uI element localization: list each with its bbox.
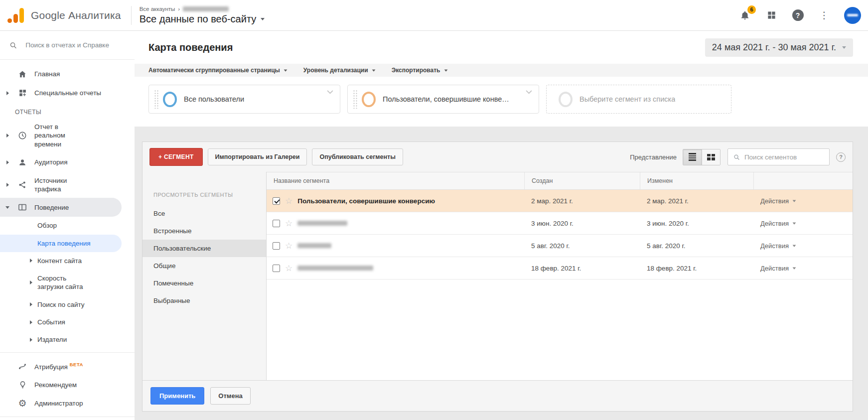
help-icon: ? — [792, 9, 804, 21]
column-header-created[interactable]: Создан — [524, 172, 640, 189]
sidebar-item-discover[interactable]: Рекомендуем — [0, 376, 135, 394]
actions-dropdown[interactable]: Действия — [753, 197, 853, 205]
sidebar-item-admin[interactable]: ⚙ Администратор — [0, 394, 135, 413]
sidebar-item-site-content[interactable]: Контент сайта — [0, 252, 135, 270]
chevron-down-icon[interactable] — [326, 90, 334, 94]
drag-handle-icon[interactable] — [154, 90, 158, 109]
modified-date: 3 июн. 2020 г. — [640, 220, 753, 227]
header-divider — [131, 6, 132, 25]
breadcrumb-all-accounts[interactable]: Все аккаунты — [140, 6, 175, 12]
actions-dropdown[interactable]: Действия — [753, 265, 853, 272]
star-icon[interactable]: ☆ — [285, 242, 292, 250]
breadcrumb-separator-icon: › — [178, 6, 180, 12]
row-checkbox[interactable] — [273, 220, 280, 227]
star-icon[interactable]: ☆ — [285, 264, 292, 273]
apps-grid-button[interactable] — [765, 9, 778, 22]
sidebar-search[interactable] — [0, 31, 135, 60]
publish-segments-button[interactable]: Опубликовать сегменты — [312, 148, 403, 165]
sidebar-item-realtime[interactable]: Отчет в реальном времени — [0, 118, 135, 153]
beta-badge: БЕТА — [70, 362, 83, 367]
modified-date: 5 авг. 2020 г. — [640, 242, 753, 250]
audience-person-icon — [15, 157, 30, 167]
column-header-name[interactable]: Название сегмента — [267, 172, 524, 189]
sidebar-item-attribution[interactable]: АтрибуцияБЕТА — [0, 357, 135, 376]
table-row[interactable]: ☆ Пользователи, совершившие конверсию 2 … — [267, 190, 853, 212]
sidebar-item-audience[interactable]: Аудитория — [0, 153, 135, 172]
reports-search-input[interactable] — [25, 41, 128, 49]
filter-starred[interactable]: Помеченные — [143, 275, 266, 292]
sidebar-item-acquisition[interactable]: Источники трафика — [0, 172, 135, 198]
breadcrumb-account-redacted — [183, 6, 229, 11]
date-range-selector[interactable]: 24 мая 2021 г. - 30 мая 2021 г. — [705, 38, 853, 57]
chevron-down-icon[interactable] — [525, 90, 533, 94]
created-date: 3 июн. 2020 г. — [524, 220, 640, 227]
segment-name: Пользователи, совершившие конверсию — [297, 197, 435, 205]
account-avatar[interactable] — [844, 7, 861, 24]
filter-all[interactable]: Все — [143, 205, 266, 222]
row-checkbox[interactable] — [273, 242, 280, 250]
sidebar-item-behavior[interactable]: Поведение — [0, 198, 122, 217]
table-row[interactable]: ☆ 5 авг. 2020 г. 5 авг. 2020 г. Действия — [267, 235, 853, 257]
filter-builtin[interactable]: Встроенные — [143, 222, 266, 240]
column-header-modified[interactable]: Изменен — [640, 172, 753, 189]
ga-logo-home-link[interactable]: Google Аналитика — [0, 7, 129, 24]
gear-icon: ⚙ — [15, 399, 30, 408]
grid-view-icon — [707, 154, 715, 160]
table-row[interactable]: ☆ 18 февр. 2021 г. 18 февр. 2021 г. Дейс… — [267, 257, 853, 280]
modified-date: 2 мар. 2021 г. — [640, 197, 753, 205]
notifications-button[interactable]: 6 — [738, 9, 751, 22]
star-icon[interactable]: ☆ — [285, 219, 292, 228]
row-checkbox[interactable] — [273, 197, 280, 205]
segment-chip-all-users[interactable]: Все пользователи — [148, 85, 340, 114]
segments-help-button[interactable]: ? — [836, 152, 846, 162]
sidebar-item-behavior-flow[interactable]: Карта поведения — [0, 235, 122, 252]
grouping-dropdown[interactable]: Автоматически сгруппированные страницы — [148, 67, 288, 74]
chevron-down-icon — [842, 46, 846, 49]
chevron-down-icon — [372, 69, 375, 71]
drag-handle-icon[interactable] — [353, 90, 357, 109]
top-header: Google Аналитика Все аккаунты › Все данн… — [0, 0, 868, 31]
breadcrumb: Все аккаунты › Все данные по веб-сайту — [140, 6, 265, 25]
actions-dropdown[interactable]: Действия — [753, 220, 853, 227]
view-title: Все данные по веб-сайту — [140, 13, 257, 25]
apply-button[interactable]: Применить — [150, 387, 204, 405]
sidebar-item-home[interactable]: Главная — [0, 65, 135, 84]
property-view-selector[interactable]: Все данные по веб-сайту — [140, 13, 265, 25]
attribution-icon — [15, 361, 30, 371]
segment-chip-converters[interactable]: Пользователи, совершившие конве… — [347, 85, 539, 114]
expand-arrow-icon — [30, 280, 32, 284]
segment-ring-icon — [559, 92, 573, 107]
list-view-button[interactable] — [683, 149, 702, 165]
add-segment-button[interactable]: + СЕГМЕНТ — [149, 148, 203, 166]
cancel-button[interactable]: Отмена — [210, 387, 250, 405]
sidebar-item-publishers[interactable]: Издатели — [0, 331, 135, 348]
sidebar-item-site-search[interactable]: Поиск по сайту — [0, 296, 135, 313]
google-analytics-logo-icon — [7, 7, 25, 24]
modified-date: 18 февр. 2021 г. — [640, 265, 753, 272]
sidebar-item-site-speed[interactable]: Скорость загрузки сайта — [0, 270, 135, 296]
row-checkbox[interactable] — [273, 265, 280, 272]
chevron-down-icon — [793, 222, 796, 224]
expand-arrow-icon — [30, 320, 32, 324]
actions-dropdown[interactable]: Действия — [753, 242, 853, 250]
detail-level-dropdown[interactable]: Уровень детализации — [303, 67, 376, 74]
segment-name-redacted — [297, 266, 373, 271]
filter-shared[interactable]: Общие — [143, 257, 266, 275]
table-row[interactable]: ☆ 3 июн. 2020 г. 3 июн. 2020 г. Действия — [267, 212, 853, 235]
star-icon[interactable]: ☆ — [285, 197, 292, 205]
filter-custom[interactable]: Пользовательские — [143, 240, 266, 257]
segment-search-box[interactable] — [727, 148, 830, 165]
segment-chip-placeholder[interactable]: Выберите сегмент из списка — [546, 85, 731, 114]
chevron-down-icon — [793, 200, 796, 202]
segments-table: Название сегмента Создан Изменен ☆ Польз… — [266, 172, 853, 380]
sidebar-item-custom-reports[interactable]: Специальные отчеты — [0, 84, 135, 102]
more-menu-button[interactable]: ⋮ — [818, 9, 831, 22]
grid-view-button[interactable] — [702, 149, 720, 165]
segment-search-input[interactable] — [744, 153, 824, 161]
sidebar-item-behavior-overview[interactable]: Обзор — [0, 217, 135, 234]
help-button[interactable]: ? — [791, 9, 804, 22]
import-gallery-button[interactable]: Импортировать из Галереи — [208, 148, 307, 165]
filter-selected[interactable]: Выбранные — [143, 292, 266, 309]
sidebar-item-events[interactable]: События — [0, 313, 135, 331]
export-dropdown[interactable]: Экспортировать — [392, 67, 448, 74]
